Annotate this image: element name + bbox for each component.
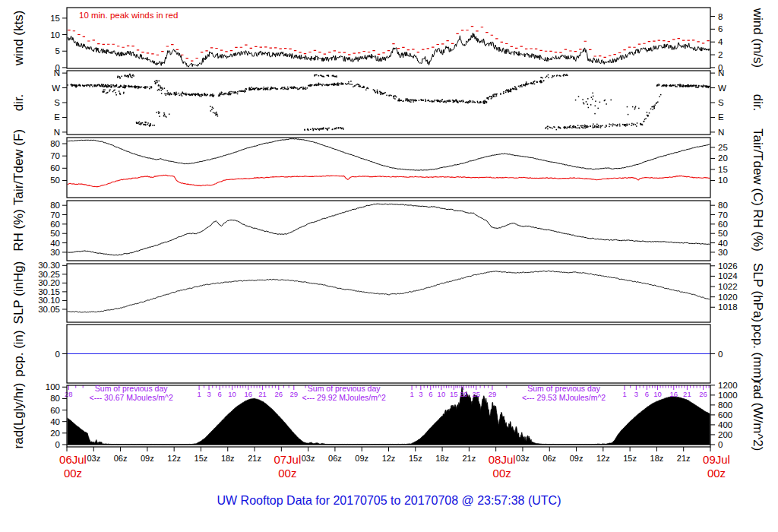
dir-dot [495,96,496,97]
dir-dot [654,104,656,106]
x-tick-label: 09z [355,454,368,463]
dir-dot [106,87,108,88]
dir-dot [348,83,349,84]
dir-dot [642,125,644,126]
dir-dot [413,100,415,101]
dir-dot [142,122,144,124]
dir-dot [703,86,704,87]
dir-dot [531,83,533,84]
dir-dot [212,106,213,108]
x-tick-label: 21z [463,454,476,463]
dir-dot [134,87,136,88]
dir-dot [120,85,122,87]
x-tick-label: 03z [302,454,315,463]
dir-dot [323,128,324,130]
dir-dot [150,87,151,88]
cumsum-tick-label: 15 [450,390,458,398]
dir-dot [541,81,542,82]
dir-dot [150,124,151,125]
dir-dot [271,87,273,89]
right-tick-label: 200 [718,430,732,439]
dir-dot [575,126,577,128]
dir-dot [665,85,666,87]
x-tick-label: 15z [623,454,637,463]
dir-dot [216,112,217,113]
dir-dot [640,124,642,125]
dir-dot [134,86,135,87]
dir-dot [166,94,167,96]
uw-rooftop-meteogram: 2813610162126291361015202529136101621260… [0,0,778,532]
dir-dot [627,125,628,126]
right-tick-label: 1018 [718,302,738,312]
dir-dot [422,100,424,101]
dir-dot [215,114,217,116]
right-tick-label: 2 [718,50,723,59]
dir-dot [113,90,115,91]
cumsum-tick-label: 21 [258,390,267,398]
dir-dot [627,106,628,108]
dir-dot [573,125,574,127]
dir-dot [131,86,132,87]
dir-dot [116,84,118,86]
dir-dot [526,81,527,83]
dir-dot [708,87,710,89]
dir-dot [120,93,122,95]
dir-dot [567,75,568,77]
dir-dot [343,128,344,129]
left-tick-label: 0 [55,440,60,449]
dir-dot [165,116,166,117]
dir-dot [377,93,378,94]
dir-dot [82,85,84,87]
dir-dot [157,81,158,83]
left-tick-label: 5 [55,46,60,55]
dir-dot [125,75,126,77]
dir-dot [176,93,178,95]
dir-dot [573,127,574,128]
right-tick-label: 600 [718,410,732,420]
dir-dot [229,93,231,95]
dir-dot [316,74,318,76]
dir-dot [341,128,343,129]
dir-dot [112,85,114,87]
dir-dot [373,89,375,90]
dir-dot [158,111,160,112]
x-tick-label: 21z [677,454,691,463]
dir-dot [160,85,161,87]
dir-dot [456,100,457,102]
dir-dot [689,85,691,87]
dir-dot [656,85,658,87]
dir-dot [428,100,429,101]
dir-dot [119,90,120,92]
right-tick-label: 25 [718,143,728,152]
dir-dot [314,84,315,86]
dir-dot [362,87,363,88]
dir-dot [413,101,414,103]
dir-dot [435,100,436,101]
x-tick-label: 21z [248,454,261,463]
dir-dot [160,87,162,89]
dir-dot [131,76,132,78]
dir-dot [71,84,73,85]
dir-dot [139,124,141,125]
dir-dot [147,124,148,125]
dir-dot [89,85,90,87]
dir-dot [669,85,671,87]
series-line [67,271,710,312]
dir-dot [632,106,634,108]
dir-dot [593,96,594,97]
dir-dot [489,96,491,97]
dir-dot [514,88,515,90]
dir-dot [124,87,125,89]
dir-dot [533,84,534,85]
dir-dot [128,86,129,87]
dir-dot [637,122,638,124]
dir-dot [106,93,107,94]
left-tick-label: 40 [50,239,60,248]
dir-dot [536,81,538,83]
dir-dot [516,89,517,90]
dir-dot [399,100,400,101]
dir-dot [586,101,587,103]
dir-dot [410,100,412,101]
dir-dot [473,101,475,103]
dir-dot [384,93,385,94]
